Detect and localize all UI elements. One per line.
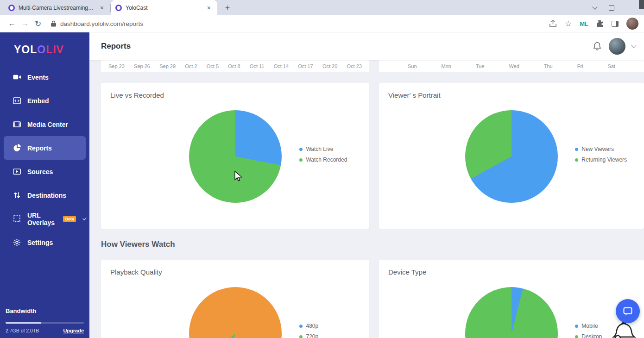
url-omnibox[interactable]: dashboard.yololiv.com/reports: [51, 20, 549, 27]
legend-item[interactable]: Watch Recorded: [299, 156, 347, 163]
sidebar-item-settings[interactable]: Settings: [4, 231, 86, 254]
sidebar-item-label: Settings: [27, 239, 53, 246]
tab-title: YoloCast: [126, 5, 202, 11]
legend-item[interactable]: New Viewers: [575, 146, 627, 152]
sidebar: YOLOLIV Events Embed Media Center Report…: [0, 32, 89, 338]
chart-card-playback-quality: Playback Quality 480p 720p: [101, 260, 369, 338]
axis-label: Sep 26: [134, 63, 150, 69]
legend-dot: [299, 158, 303, 162]
legend-item[interactable]: Watch Live: [299, 146, 347, 152]
chat-bubble-icon: [622, 306, 633, 317]
ml-extension-icon[interactable]: ML: [580, 20, 588, 27]
legend-dot: [299, 148, 303, 151]
upgrade-link[interactable]: Upgrade: [63, 328, 84, 333]
device-type-pie: [465, 287, 558, 338]
chart-legend: Mobile Desktop: [575, 323, 602, 338]
page-title: Reports: [101, 42, 131, 51]
sidebar-item-sources[interactable]: Sources: [4, 160, 86, 183]
chart-legend: New Viewers Returning Viewers: [575, 146, 627, 163]
pie-chart-icon: [13, 144, 21, 152]
axis-label: Oct 8: [228, 63, 240, 69]
source-monitor-icon: [13, 168, 21, 175]
legend-dot: [575, 325, 578, 328]
forward-icon[interactable]: →: [19, 17, 32, 30]
sidebar-item-label: URL Overlays: [27, 212, 56, 226]
bookmark-star-icon[interactable]: ☆: [565, 19, 572, 29]
axis-label: Sep 29: [159, 63, 176, 69]
sidebar-item-label: Destinations: [27, 192, 66, 199]
chevron-down-icon[interactable]: [82, 216, 87, 220]
axis-label: Wed: [509, 63, 519, 69]
bandwidth-progress-bar: [6, 322, 84, 324]
weekday-axis-strip: Sun Mon Tue Wed Thu Fri Sat: [379, 60, 644, 72]
sidebar-item-media-center[interactable]: Media Center: [4, 113, 86, 136]
chart-title: Viewer' s Portrait: [388, 91, 441, 99]
sidebar-item-destinations[interactable]: Destinations: [4, 183, 86, 207]
window-restore-icon[interactable]: [609, 5, 614, 11]
browser-address-bar: ← → ↻ dashboard.yololiv.com/reports ☆ ML: [0, 15, 644, 32]
legend-item[interactable]: Mobile: [575, 323, 602, 329]
legend-dot: [299, 335, 303, 338]
browser-tab-1[interactable]: Multi-Camera Livestreaming Ma ×: [4, 0, 110, 15]
gear-icon: [13, 238, 21, 246]
tab-favicon: [115, 5, 122, 11]
chart-card-device-type: Device Type Mobile Desktop: [379, 260, 644, 338]
side-panel-icon[interactable]: [612, 21, 619, 27]
chart-legend: Watch Live Watch Recorded: [299, 146, 347, 163]
axis-label: Sat: [607, 63, 615, 69]
legend-item[interactable]: Returning Viewers: [575, 156, 627, 163]
reports-content: Sep 23 Sep 26 Sep 29 Oct 2 Oct 5 Oct 8 O…: [89, 60, 644, 338]
user-avatar[interactable]: [609, 38, 625, 55]
extensions-puzzle-icon[interactable]: [596, 20, 604, 27]
new-tab-button[interactable]: +: [222, 2, 233, 13]
chat-fab-button[interactable]: [616, 299, 640, 323]
axis-label: Oct 17: [298, 63, 313, 69]
axis-label: Oct 11: [250, 63, 265, 69]
page-header: Reports: [89, 32, 644, 60]
browser-tab-strip: Multi-Camera Livestreaming Ma × YoloCast…: [0, 0, 644, 15]
sidebar-item-label: Events: [27, 74, 49, 81]
sidebar-item-label: Embed: [27, 97, 49, 105]
axis-label: Oct 2: [185, 63, 197, 69]
tab-favicon: [8, 5, 15, 11]
sidebar-item-label: Media Center: [27, 121, 68, 128]
reload-icon[interactable]: ↻: [32, 17, 44, 30]
notification-bell-icon[interactable]: [592, 41, 602, 51]
tab-close-icon[interactable]: ×: [205, 4, 213, 12]
up-down-arrows-icon: [13, 191, 21, 199]
lock-icon: [51, 20, 56, 27]
legend-dot: [299, 325, 303, 328]
axis-label: Oct 20: [322, 63, 337, 69]
share-icon[interactable]: [549, 20, 557, 27]
bandwidth-title: Bandwidth: [6, 307, 84, 314]
legend-item[interactable]: 720p: [299, 333, 318, 338]
tabs-dropdown-chevron-icon[interactable]: [592, 4, 597, 9]
legend-dot: [575, 158, 578, 162]
browser-tab-2-active[interactable]: YoloCast ×: [111, 0, 217, 15]
legend-item[interactable]: 480p: [299, 323, 318, 329]
bandwidth-usage: 2.7GB of 2.0TB: [6, 328, 39, 333]
legend-item[interactable]: Desktop: [575, 333, 602, 338]
chart-legend: 480p 720p: [299, 323, 318, 338]
axis-label: Sep 23: [108, 63, 125, 69]
sidebar-item-url-overlays[interactable]: URL Overlays Beta: [4, 207, 86, 231]
browser-profile-avatar[interactable]: [626, 18, 638, 30]
yololiv-logo[interactable]: YOLOLIV: [0, 32, 89, 63]
sidebar-item-reports[interactable]: Reports: [4, 136, 86, 160]
axis-label: Oct 14: [274, 63, 289, 69]
sidebar-item-label: Sources: [27, 168, 53, 175]
axis-label: Tue: [476, 63, 485, 69]
axis-label: Mon: [442, 63, 451, 69]
back-icon[interactable]: ←: [6, 17, 19, 30]
sidebar-item-events[interactable]: Events: [4, 65, 86, 89]
film-strip-icon: [13, 120, 21, 128]
window-corner-block: [639, 0, 644, 9]
url-text: dashboard.yololiv.com/reports: [60, 20, 143, 27]
video-camera-icon: [13, 73, 21, 81]
account-chevron-icon[interactable]: [631, 43, 636, 48]
axis-label: Oct 5: [207, 63, 219, 69]
axis-label: Thu: [544, 63, 553, 69]
sidebar-item-embed[interactable]: Embed: [4, 89, 86, 113]
tab-close-icon[interactable]: ×: [98, 4, 106, 12]
sidebar-item-label: Reports: [27, 144, 52, 152]
